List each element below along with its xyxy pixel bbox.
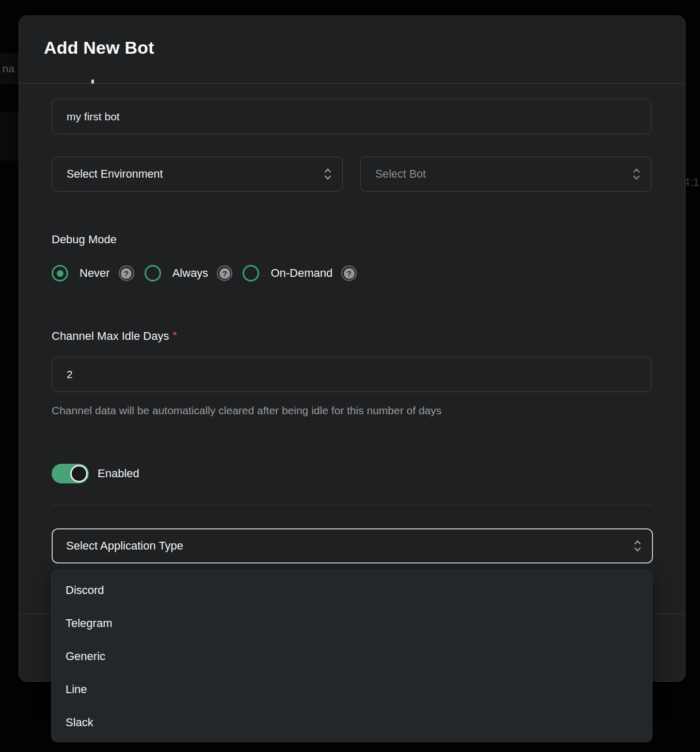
channel-max-idle-days-helper: Channel data will be automatically clear… [52,404,441,417]
radio-on-demand-label: On-Demand [271,267,332,280]
radio-selected-dot [57,270,63,277]
debug-mode-label: Debug Mode [52,233,117,246]
application-type-select[interactable]: Select Application Type [52,528,653,563]
environment-select[interactable]: Select Environment [52,156,343,192]
enabled-toggle[interactable] [52,464,89,483]
option-line[interactable]: Line [52,673,652,706]
background-text-fragment-right: 4:1 [683,176,699,189]
help-icon[interactable]: ? [119,265,134,281]
toggle-knob [70,465,88,482]
application-type-placeholder: Select Application Type [66,539,183,553]
debug-mode-radio-group: Never ? Always ? On-Demand ? [52,265,367,281]
help-icon[interactable]: ? [341,265,357,281]
option-telegram[interactable]: Telegram [52,607,652,640]
enabled-toggle-row: Enabled [52,464,139,483]
application-type-dropdown: Discord Telegram Generic Line Slack [51,570,653,742]
radio-always[interactable] [145,265,161,281]
environment-select-value: Select Environment [67,168,163,181]
chevron-updown-icon [324,167,332,181]
clipped-label-fragment [91,80,94,84]
background-panel-fragment [0,112,19,161]
channel-max-idle-days-label: Channel Max Idle Days* [52,329,177,343]
chevron-updown-icon [633,539,642,553]
radio-always-label: Always [172,267,209,280]
bot-select-placeholder: Select Bot [375,168,426,181]
option-generic[interactable]: Generic [52,640,652,673]
modal-title: Add New Bot [44,38,154,58]
bot-name-input[interactable] [52,99,651,134]
radio-on-demand[interactable] [243,265,259,281]
radio-never[interactable] [52,265,68,281]
bot-select[interactable]: Select Bot [360,156,651,192]
section-divider [52,505,651,505]
header-divider [19,83,685,84]
radio-never-label: Never [79,267,110,280]
enabled-toggle-label: Enabled [98,467,139,480]
chevron-updown-icon [632,167,641,181]
option-discord[interactable]: Discord [52,574,652,607]
channel-max-idle-days-input[interactable] [52,357,651,392]
required-asterisk: * [172,329,177,341]
option-slack[interactable]: Slack [52,706,652,739]
background-text-fragment-left: n na [0,62,14,75]
help-icon[interactable]: ? [217,265,232,281]
